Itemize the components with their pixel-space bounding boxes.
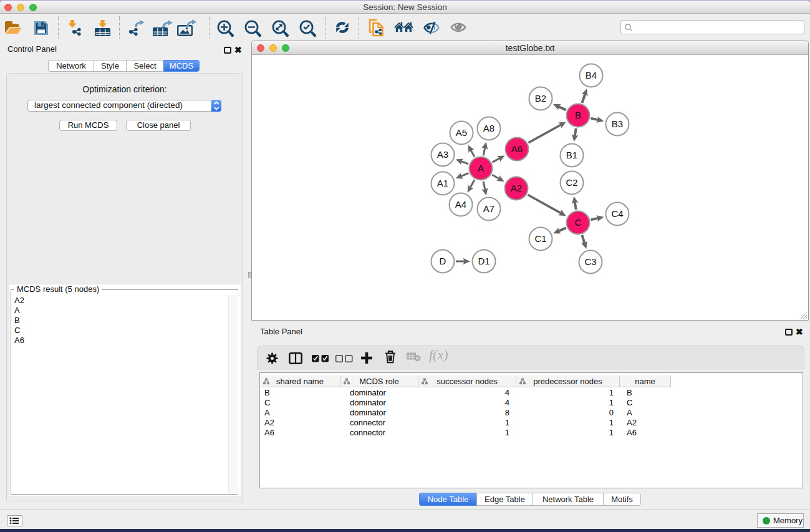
svg-text:B1: B1: [566, 150, 577, 160]
svg-text:A: A: [478, 163, 484, 173]
svg-text:D1: D1: [478, 256, 489, 266]
svg-text:B4: B4: [586, 70, 597, 80]
svg-text:A7: A7: [483, 203, 494, 214]
svg-text:A3: A3: [437, 149, 448, 160]
svg-text:f(x): f(x): [429, 348, 448, 362]
svg-text:D: D: [440, 256, 446, 266]
svg-text:C1: C1: [534, 233, 546, 244]
svg-text:B3: B3: [612, 118, 623, 129]
svg-text:C4: C4: [611, 208, 623, 219]
svg-text:A1: A1: [437, 178, 448, 188]
svg-text:A6: A6: [511, 143, 523, 154]
svg-text:A2: A2: [511, 183, 522, 193]
svg-text:A4: A4: [455, 199, 466, 210]
svg-text:C3: C3: [584, 256, 596, 267]
svg-text:C2: C2: [566, 177, 577, 188]
svg-text:A5: A5: [456, 127, 467, 138]
svg-text:C: C: [575, 217, 582, 228]
svg-text:B: B: [575, 110, 581, 120]
svg-text:A8: A8: [483, 123, 494, 133]
svg-text:B2: B2: [535, 93, 546, 104]
